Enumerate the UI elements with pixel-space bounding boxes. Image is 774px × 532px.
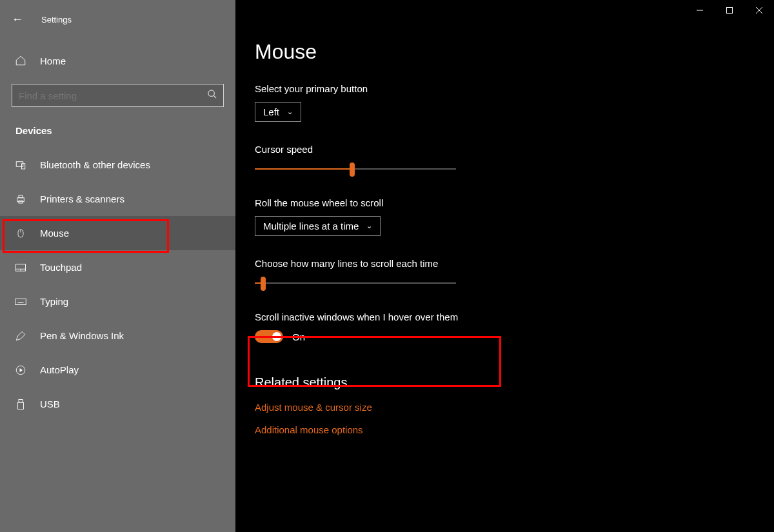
- sidebar-item-label: Pen & Windows Ink: [40, 330, 124, 341]
- window-controls: [685, 0, 774, 21]
- sidebar-category: Devices: [0, 107, 235, 148]
- main-content: Mouse Select your primary button Left ⌄ …: [235, 0, 774, 532]
- svg-rect-9: [19, 195, 23, 198]
- sidebar-item-autoplay[interactable]: AutoPlay: [0, 353, 235, 387]
- svg-rect-6: [16, 161, 23, 166]
- scroll-inactive-label: Scroll inactive windows when I hover ove…: [255, 311, 774, 322]
- app-title: Settings: [41, 15, 72, 25]
- toggle-knob: [272, 332, 281, 341]
- sidebar-item-label: Mouse: [40, 228, 69, 239]
- sidebar-item-mouse[interactable]: Mouse: [0, 216, 235, 250]
- lines-label: Choose how many lines to scroll each tim…: [255, 258, 774, 269]
- link-additional-mouse[interactable]: Additional mouse options: [255, 424, 774, 435]
- sidebar-item-usb[interactable]: USB: [0, 387, 235, 421]
- back-button[interactable]: ←: [12, 13, 23, 26]
- sidebar-item-bluetooth[interactable]: Bluetooth & other devices: [0, 148, 235, 182]
- home-label: Home: [40, 55, 66, 66]
- scroll-inactive-toggle[interactable]: [255, 330, 283, 343]
- pen-icon: [14, 330, 27, 342]
- autoplay-icon: [14, 364, 27, 376]
- related-heading: Related settings: [255, 375, 774, 390]
- home-icon: [14, 55, 27, 66]
- svg-marker-23: [20, 368, 23, 372]
- svg-rect-24: [19, 399, 23, 402]
- sidebar-item-label: Bluetooth & other devices: [40, 159, 150, 170]
- chevron-down-icon: ⌄: [287, 108, 293, 116]
- roll-dropdown[interactable]: Multiple lines at a time ⌄: [255, 216, 381, 236]
- cursor-speed-slider[interactable]: [255, 163, 456, 175]
- svg-rect-1: [727, 8, 733, 14]
- sidebar-item-label: Printers & scanners: [40, 193, 124, 204]
- roll-label: Roll the mouse wheel to scroll: [255, 197, 774, 208]
- dropdown-value: Left: [263, 106, 279, 117]
- close-button[interactable]: [744, 0, 774, 21]
- chevron-down-icon: ⌄: [366, 222, 372, 230]
- sidebar-item-pen[interactable]: Pen & Windows Ink: [0, 319, 235, 353]
- primary-button-label: Select your primary button: [255, 83, 774, 94]
- link-adjust-mouse[interactable]: Adjust mouse & cursor size: [255, 402, 774, 413]
- devices-icon: [14, 159, 27, 171]
- minimize-button[interactable]: [685, 0, 715, 21]
- svg-rect-8: [17, 197, 25, 201]
- toggle-state: On: [292, 331, 305, 342]
- primary-button-dropdown[interactable]: Left ⌄: [255, 102, 301, 122]
- search-input[interactable]: [12, 84, 224, 107]
- mouse-icon: [14, 228, 27, 239]
- svg-rect-16: [15, 299, 26, 304]
- svg-line-5: [213, 95, 216, 98]
- sidebar-item-label: Touchpad: [40, 262, 82, 273]
- sidebar-item-printers[interactable]: Printers & scanners: [0, 182, 235, 216]
- cursor-speed-label: Cursor speed: [255, 144, 774, 155]
- maximize-button[interactable]: [715, 0, 744, 21]
- dropdown-value: Multiple lines at a time: [263, 221, 359, 232]
- sidebar-item-label: USB: [40, 399, 60, 409]
- sidebar-item-touchpad[interactable]: Touchpad: [0, 250, 235, 284]
- lines-slider[interactable]: [255, 277, 456, 290]
- usb-icon: [14, 399, 27, 410]
- settings-window: ← Settings Home Devices Bluetooth & othe…: [0, 0, 774, 532]
- sidebar-item-typing[interactable]: Typing: [0, 284, 235, 319]
- svg-rect-25: [18, 402, 24, 409]
- sidebar-item-label: AutoPlay: [40, 364, 79, 375]
- search-icon: [207, 89, 217, 102]
- sidebar-item-label: Typing: [40, 296, 68, 307]
- printer-icon: [14, 193, 27, 205]
- keyboard-icon: [14, 298, 27, 306]
- sidebar-home[interactable]: Home: [0, 44, 235, 77]
- touchpad-icon: [14, 263, 27, 272]
- sidebar: ← Settings Home Devices Bluetooth & othe…: [0, 0, 235, 532]
- svg-point-4: [208, 90, 214, 96]
- page-title: Mouse: [255, 40, 774, 64]
